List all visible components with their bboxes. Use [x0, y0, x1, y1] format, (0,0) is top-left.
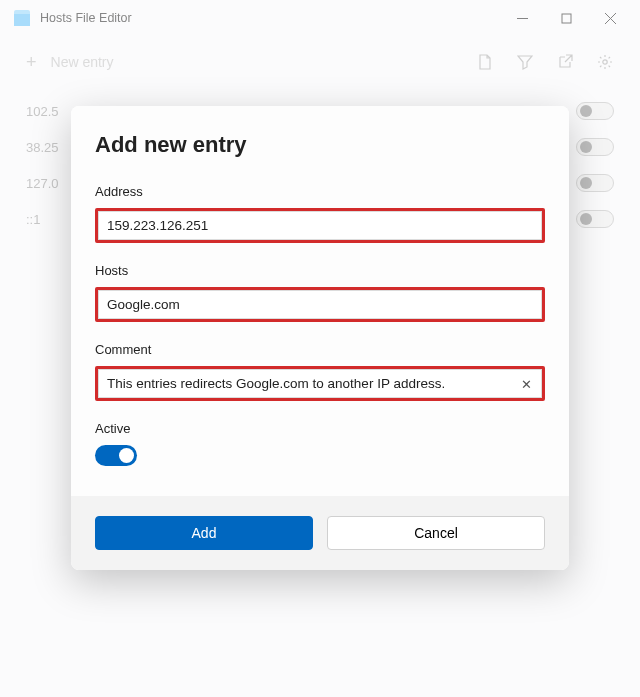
comment-input[interactable] [98, 369, 542, 398]
add-button[interactable]: Add [95, 516, 313, 550]
cancel-button[interactable]: Cancel [327, 516, 545, 550]
address-field: Address [95, 184, 545, 243]
app-window: Hosts File Editor + New entry [0, 0, 640, 697]
active-label: Active [95, 421, 545, 436]
hosts-label: Hosts [95, 263, 545, 278]
comment-label: Comment [95, 342, 545, 357]
dialog-title: Add new entry [95, 132, 545, 158]
clear-icon[interactable]: ✕ [521, 376, 532, 391]
active-field: Active [95, 421, 545, 466]
hosts-field: Hosts [95, 263, 545, 322]
add-entry-dialog: Add new entry Address Hosts Comment [71, 106, 569, 570]
dialog-footer: Add Cancel [71, 496, 569, 570]
hosts-input[interactable] [98, 290, 542, 319]
address-label: Address [95, 184, 545, 199]
active-toggle[interactable] [95, 445, 137, 466]
address-input[interactable] [98, 211, 542, 240]
dialog-body: Add new entry Address Hosts Comment [71, 106, 569, 496]
modal-overlay: Add new entry Address Hosts Comment [0, 0, 640, 697]
comment-field: Comment ✕ [95, 342, 545, 401]
